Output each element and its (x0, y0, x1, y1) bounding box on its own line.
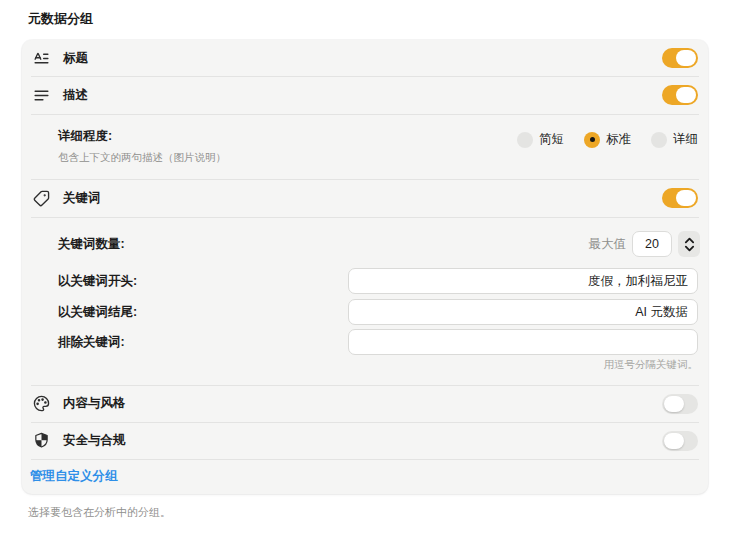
chevron-up-icon (684, 236, 695, 244)
page-title: 元数据分组 (28, 10, 93, 28)
groups-card: 标题 描述 详细程度: 包含上下文的两句描述（图片说明） 简短标准详细 (22, 40, 708, 494)
toggle-knob (664, 396, 684, 412)
group-row-title: 标题 (22, 40, 708, 76)
content-style-toggle[interactable] (662, 394, 698, 414)
group-row-content-style: 内容与风格 (22, 385, 708, 422)
group-label-safety: 安全与合规 (63, 432, 126, 449)
tag-icon (33, 190, 50, 207)
radio-selected-icon[interactable] (584, 132, 600, 148)
group-row-description: 描述 (22, 76, 708, 114)
keywords-toggle[interactable] (662, 188, 698, 208)
keyword-count-controls: 最大值 (589, 231, 701, 257)
radio-label: 标准 (606, 131, 631, 148)
radio-icon[interactable] (517, 132, 533, 148)
shield-icon (33, 432, 50, 449)
toggle-knob (676, 50, 696, 66)
detail-level-radios: 简短标准详细 (517, 131, 698, 148)
letter-text-icon (33, 50, 50, 67)
toggle-knob (676, 190, 696, 206)
radio-icon[interactable] (651, 132, 667, 148)
palette-icon (33, 395, 50, 412)
detail-level-description: 包含上下文的两句描述（图片说明） (58, 151, 226, 165)
safety-toggle[interactable] (662, 431, 698, 451)
detail-level-label: 详细程度: (58, 128, 226, 145)
max-value-label: 最大值 (589, 236, 627, 253)
group-label-keywords: 关键词 (63, 190, 101, 207)
manage-link-row: 管理自定义分组 (22, 459, 708, 494)
exclude-label: 排除关键词: (58, 329, 125, 355)
radio-label: 详细 (673, 131, 698, 148)
detail-option-2[interactable]: 详细 (651, 131, 698, 148)
group-row-keywords: 关键词 (22, 179, 708, 217)
group-label-title: 标题 (63, 50, 88, 67)
group-label-description: 描述 (63, 87, 88, 104)
start-with-input[interactable] (348, 268, 698, 294)
keyword-settings-section: 关键词数量: 最大值 以关键词开头: 以关键词结尾: 排除关键词: 用逗号分隔关… (22, 217, 708, 385)
detail-option-1[interactable]: 标准 (584, 131, 631, 148)
detail-level-text: 详细程度: 包含上下文的两句描述（图片说明） (58, 128, 226, 165)
start-with-label: 以关键词开头: (58, 268, 137, 294)
detail-level-row: 详细程度: 包含上下文的两句描述（图片说明） 简短标准详细 (22, 114, 708, 179)
radio-label: 简短 (539, 131, 564, 148)
end-with-label: 以关键词结尾: (58, 299, 137, 325)
group-row-safety: 安全与合规 (22, 422, 708, 459)
keyword-count-input[interactable] (632, 231, 672, 257)
exclude-input[interactable] (348, 329, 698, 355)
end-with-input[interactable] (348, 299, 698, 325)
keyword-count-label: 关键词数量: (58, 231, 125, 257)
align-left-icon (33, 87, 50, 104)
detail-option-0[interactable]: 简短 (517, 131, 564, 148)
keyword-hint: 用逗号分隔关键词。 (604, 358, 699, 372)
toggle-knob (676, 87, 696, 103)
toggle-knob (664, 433, 684, 449)
manage-custom-groups-link[interactable]: 管理自定义分组 (30, 468, 118, 485)
group-label-content-style: 内容与风格 (63, 395, 126, 412)
keyword-count-stepper[interactable] (678, 231, 700, 257)
title-toggle[interactable] (662, 48, 698, 68)
chevron-down-icon (684, 245, 695, 253)
description-toggle[interactable] (662, 85, 698, 105)
footer-note: 选择要包含在分析中的分组。 (28, 505, 171, 520)
metadata-groups-page: 元数据分组 标题 描述 详细程度: (0, 0, 730, 550)
